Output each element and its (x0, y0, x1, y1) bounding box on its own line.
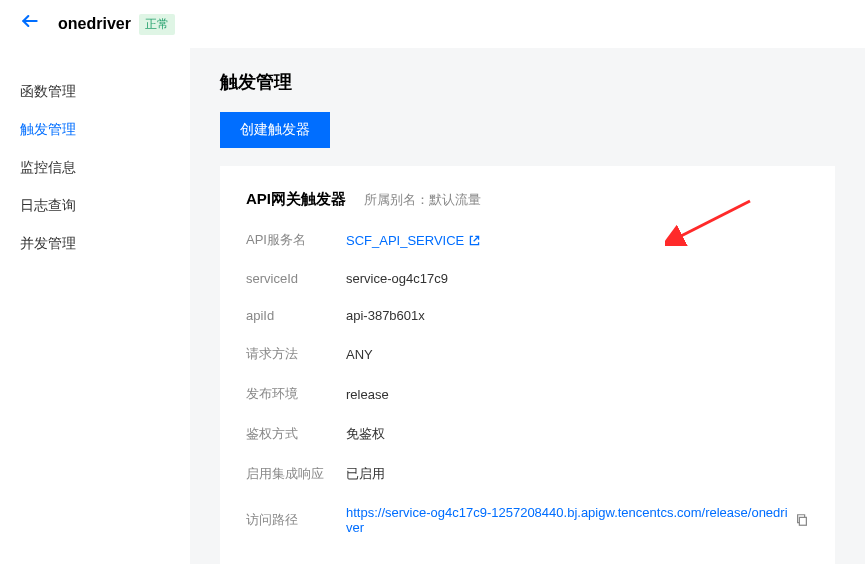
create-trigger-button[interactable]: 创建触发器 (220, 112, 330, 148)
env-value: release (346, 387, 389, 402)
access-path-link[interactable]: https://service-og4c17c9-1257208440.bj.a… (346, 505, 809, 535)
service-id-label: serviceId (246, 271, 346, 286)
access-path-value: https://service-og4c17c9-1257208440.bj.a… (346, 505, 789, 535)
svg-rect-3 (799, 517, 806, 525)
service-id-value: service-og4c17c9 (346, 271, 448, 286)
sidebar: 函数管理 触发管理 监控信息 日志查询 并发管理 (0, 48, 190, 564)
sidebar-item-concurrency[interactable]: 并发管理 (20, 225, 170, 263)
copy-icon[interactable] (795, 513, 809, 527)
integration-value: 已启用 (346, 465, 385, 483)
path-label: 访问路径 (246, 511, 346, 529)
card-title: API网关触发器 (246, 190, 346, 209)
method-label: 请求方法 (246, 345, 346, 363)
external-link-icon (468, 234, 481, 247)
integration-label: 启用集成响应 (246, 465, 346, 483)
status-badge: 正常 (139, 14, 175, 35)
app-title: onedriver (58, 15, 131, 33)
main-content: 触发管理 创建触发器 API网关触发器 所属别名：默认流量 API服务名 (190, 48, 865, 564)
trigger-card: API网关触发器 所属别名：默认流量 API服务名 SCF_API_SERVIC… (220, 166, 835, 564)
api-service-name-link[interactable]: SCF_API_SERVICE (346, 233, 481, 248)
api-service-name-label: API服务名 (246, 231, 346, 249)
env-label: 发布环境 (246, 385, 346, 403)
sidebar-item-monitoring[interactable]: 监控信息 (20, 149, 170, 187)
page-header: onedriver 正常 (0, 0, 865, 48)
api-id-value: api-387b601x (346, 308, 425, 323)
sidebar-item-logs[interactable]: 日志查询 (20, 187, 170, 225)
alias-label: 所属别名： (364, 192, 429, 207)
back-arrow-icon[interactable] (20, 11, 40, 37)
method-value: ANY (346, 347, 373, 362)
api-id-label: apiId (246, 308, 346, 323)
auth-value: 免鉴权 (346, 425, 385, 443)
alias-value: 默认流量 (429, 192, 481, 207)
api-service-name-value: SCF_API_SERVICE (346, 233, 464, 248)
page-title: 触发管理 (190, 48, 865, 112)
auth-label: 鉴权方式 (246, 425, 346, 443)
card-subtitle: 所属别名：默认流量 (364, 191, 481, 209)
sidebar-item-functions[interactable]: 函数管理 (20, 73, 170, 111)
sidebar-item-triggers[interactable]: 触发管理 (20, 111, 170, 149)
